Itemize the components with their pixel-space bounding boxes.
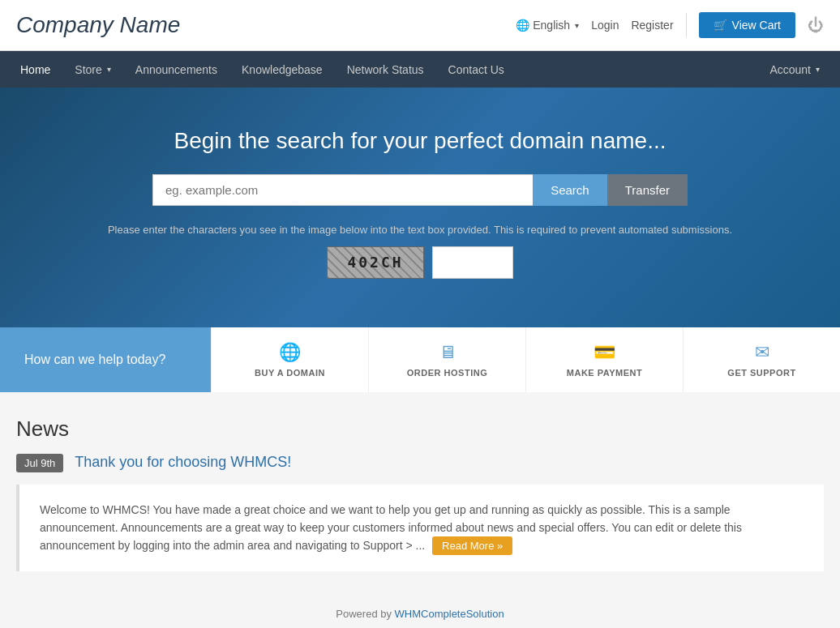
buy-domain-label: BUY A DOMAIN bbox=[255, 368, 325, 378]
news-article-text: Welcome to WHMCS! You have made a great … bbox=[40, 503, 742, 553]
get-support-label: GET SUPPORT bbox=[727, 368, 795, 378]
nav-item-announcements[interactable]: Announcements bbox=[123, 51, 229, 88]
domain-search-bar: Search Transfer bbox=[152, 174, 688, 206]
language-label: English bbox=[533, 19, 570, 32]
action-buy-domain[interactable]: 🌐 BUY A DOMAIN bbox=[211, 327, 368, 392]
news-section: News Jul 9th Thank you for choosing WHMC… bbox=[0, 392, 840, 588]
globe-action-icon: 🌐 bbox=[279, 342, 301, 363]
nav-item-store[interactable]: Store ▾ bbox=[62, 51, 122, 88]
news-article-title[interactable]: Thank you for choosing WHMCS! bbox=[75, 454, 291, 470]
action-order-hosting[interactable]: 🖥 ORDER HOSTING bbox=[368, 327, 525, 392]
register-button[interactable]: Register bbox=[631, 19, 673, 32]
read-more-button[interactable]: Read More » bbox=[432, 536, 512, 555]
nav-knowledgebase-label: Knowledgebase bbox=[242, 63, 323, 76]
nav-item-network-status[interactable]: Network Status bbox=[335, 51, 436, 88]
credit-card-action-icon: 💳 bbox=[594, 342, 615, 363]
nav-item-home[interactable]: Home bbox=[8, 51, 62, 88]
powered-by-link[interactable]: WHMCompleteSolution bbox=[395, 608, 504, 620]
account-chevron-icon: ▾ bbox=[816, 65, 820, 74]
captcha-input[interactable] bbox=[432, 246, 513, 279]
signout-icon: ⏻ bbox=[808, 16, 824, 35]
nav-left: Home Store ▾ Announcements Knowledgebase… bbox=[8, 51, 516, 88]
view-cart-label: View Cart bbox=[732, 19, 781, 32]
nav-bar: Home Store ▾ Announcements Knowledgebase… bbox=[0, 51, 840, 88]
nav-announcements-label: Announcements bbox=[135, 63, 217, 76]
desktop-action-icon: 🖥 bbox=[439, 342, 456, 363]
view-cart-button[interactable]: 🛒 View Cart bbox=[699, 12, 795, 38]
captcha-row: 402CH bbox=[16, 246, 824, 279]
search-button[interactable]: Search bbox=[533, 174, 607, 206]
envelope-action-icon: ✉ bbox=[755, 342, 769, 363]
make-payment-label: MAKE PAYMENT bbox=[567, 368, 642, 378]
nav-store-label: Store bbox=[75, 63, 101, 76]
domain-search-input[interactable] bbox=[152, 174, 533, 206]
nav-item-account[interactable]: Account ▾ bbox=[757, 63, 832, 76]
news-date-badge: Jul 9th bbox=[16, 454, 63, 472]
news-article: Jul 9th Thank you for choosing WHMCS! We… bbox=[16, 454, 824, 572]
action-bar: How can we help today? 🌐 BUY A DOMAIN 🖥 … bbox=[0, 327, 840, 392]
language-selector[interactable]: 🌐 English ▾ bbox=[516, 19, 579, 32]
cart-icon: 🛒 bbox=[714, 19, 727, 32]
separator bbox=[686, 13, 687, 37]
login-button[interactable]: Login bbox=[591, 19, 619, 32]
action-make-payment[interactable]: 💳 MAKE PAYMENT bbox=[525, 327, 683, 392]
globe-icon: 🌐 bbox=[516, 19, 529, 32]
nav-item-contact-us[interactable]: Contact Us bbox=[436, 51, 516, 88]
captcha-message: Please enter the characters you see in t… bbox=[16, 222, 824, 238]
language-chevron-icon: ▾ bbox=[575, 21, 579, 30]
nav-home-label: Home bbox=[20, 63, 50, 76]
captcha-code: 402CH bbox=[347, 254, 403, 271]
powered-by-text: Powered by bbox=[336, 608, 392, 620]
hero-title: Begin the search for your perfect domain… bbox=[16, 128, 824, 154]
news-section-title: News bbox=[16, 417, 824, 442]
nav-contact-us-label: Contact Us bbox=[448, 63, 504, 76]
transfer-button[interactable]: Transfer bbox=[607, 174, 688, 206]
action-get-support[interactable]: ✉ GET SUPPORT bbox=[683, 327, 840, 392]
news-article-body: Welcome to WHMCS! You have made a great … bbox=[16, 485, 824, 572]
nav-account-label: Account bbox=[769, 63, 811, 76]
order-hosting-label: ORDER HOSTING bbox=[407, 368, 487, 378]
captcha-image: 402CH bbox=[327, 246, 424, 279]
top-right-controls: 🌐 English ▾ Login Register 🛒 View Cart ⏻ bbox=[516, 12, 824, 38]
store-chevron-icon: ▾ bbox=[107, 65, 111, 74]
nav-network-status-label: Network Status bbox=[347, 63, 424, 76]
top-bar: Company Name 🌐 English ▾ Login Register … bbox=[0, 0, 840, 51]
help-text: How can we help today? bbox=[0, 327, 211, 392]
hero-section: Begin the search for your perfect domain… bbox=[0, 88, 840, 327]
company-name: Company Name bbox=[16, 12, 180, 38]
nav-item-knowledgebase[interactable]: Knowledgebase bbox=[229, 51, 335, 88]
footer: Powered by WHMCompleteSolution bbox=[0, 587, 840, 628]
nav-right: Account ▾ bbox=[757, 63, 832, 76]
